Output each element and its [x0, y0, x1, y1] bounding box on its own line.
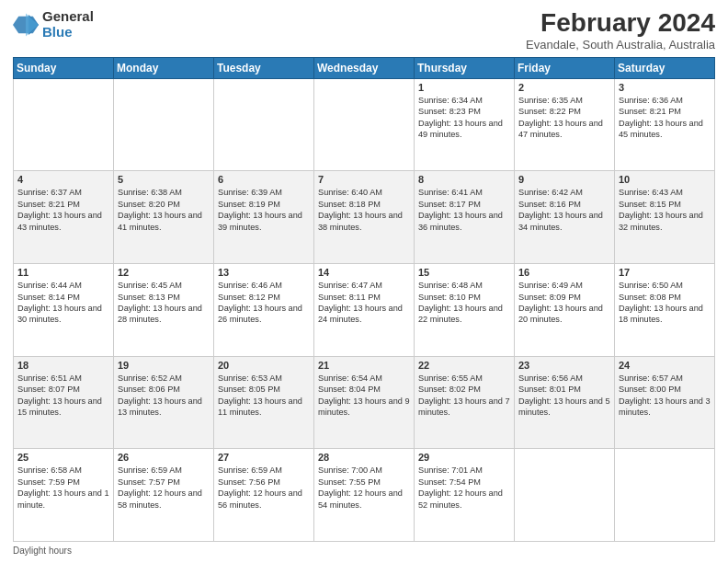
calendar-cell: 12Sunrise: 6:45 AMSunset: 8:13 PMDayligh…: [114, 264, 214, 357]
calendar-cell: 8Sunrise: 6:41 AMSunset: 8:17 PMDaylight…: [415, 171, 515, 264]
day-number: 27: [218, 452, 310, 463]
day-number: 6: [218, 174, 310, 185]
header-row: Sunday Monday Tuesday Wednesday Thursday…: [14, 57, 715, 78]
calendar-cell: 6Sunrise: 6:39 AMSunset: 8:19 PMDaylight…: [214, 171, 314, 264]
calendar-week-1: 1Sunrise: 6:34 AMSunset: 8:23 PMDaylight…: [14, 78, 715, 171]
cell-info: Sunrise: 6:59 AMSunset: 7:56 PMDaylight:…: [218, 465, 310, 511]
day-number: 22: [418, 360, 510, 371]
calendar-cell: 25Sunrise: 6:58 AMSunset: 7:59 PMDayligh…: [14, 449, 114, 542]
calendar-cell: 20Sunrise: 6:53 AMSunset: 8:05 PMDayligh…: [214, 356, 314, 449]
calendar-cell: 15Sunrise: 6:48 AMSunset: 8:10 PMDayligh…: [415, 264, 515, 357]
day-number: 29: [418, 452, 510, 463]
calendar-cell: 3Sunrise: 6:36 AMSunset: 8:21 PMDaylight…: [615, 78, 715, 171]
calendar-cell: 21Sunrise: 6:54 AMSunset: 8:04 PMDayligh…: [314, 356, 415, 449]
cell-info: Sunrise: 6:57 AMSunset: 8:00 PMDaylight:…: [619, 373, 711, 419]
cell-info: Sunrise: 6:50 AMSunset: 8:08 PMDaylight:…: [619, 280, 711, 326]
calendar-cell: 10Sunrise: 6:43 AMSunset: 8:15 PMDayligh…: [615, 171, 715, 264]
cell-info: Sunrise: 6:47 AMSunset: 8:11 PMDaylight:…: [318, 280, 410, 326]
calendar-cell: 24Sunrise: 6:57 AMSunset: 8:00 PMDayligh…: [615, 356, 715, 449]
day-number: 12: [118, 267, 210, 278]
day-number: 28: [318, 452, 410, 463]
day-number: 4: [17, 174, 109, 185]
calendar-cell: 22Sunrise: 6:55 AMSunset: 8:02 PMDayligh…: [415, 356, 515, 449]
day-number: 7: [318, 174, 410, 185]
calendar-cell: 23Sunrise: 6:56 AMSunset: 8:01 PMDayligh…: [515, 356, 615, 449]
day-number: 2: [518, 82, 610, 93]
calendar-week-2: 4Sunrise: 6:37 AMSunset: 8:21 PMDaylight…: [14, 171, 715, 264]
col-friday: Friday: [515, 57, 615, 78]
logo-general: General: [42, 9, 94, 25]
day-number: 10: [619, 174, 711, 185]
calendar-cell: 5Sunrise: 6:38 AMSunset: 8:20 PMDaylight…: [114, 171, 214, 264]
calendar-cell: 2Sunrise: 6:35 AMSunset: 8:22 PMDaylight…: [515, 78, 615, 171]
cell-info: Sunrise: 6:34 AMSunset: 8:23 PMDaylight:…: [418, 95, 510, 141]
day-number: 26: [118, 452, 210, 463]
calendar-week-3: 11Sunrise: 6:44 AMSunset: 8:14 PMDayligh…: [14, 264, 715, 357]
logo-text: General Blue: [42, 9, 94, 40]
day-number: 8: [418, 174, 510, 185]
calendar-cell: [114, 78, 214, 171]
cell-info: Sunrise: 6:55 AMSunset: 8:02 PMDaylight:…: [418, 373, 510, 419]
col-saturday: Saturday: [615, 57, 715, 78]
cell-info: Sunrise: 6:42 AMSunset: 8:16 PMDaylight:…: [518, 187, 610, 233]
calendar-cell: 26Sunrise: 6:59 AMSunset: 7:57 PMDayligh…: [114, 449, 214, 542]
calendar-cell: 1Sunrise: 6:34 AMSunset: 8:23 PMDaylight…: [415, 78, 515, 171]
cell-info: Sunrise: 6:35 AMSunset: 8:22 PMDaylight:…: [518, 95, 610, 141]
logo-blue: Blue: [42, 25, 94, 40]
calendar-cell: [314, 78, 415, 171]
day-number: 3: [619, 82, 711, 93]
day-number: 24: [619, 360, 711, 371]
cell-info: Sunrise: 6:46 AMSunset: 8:12 PMDaylight:…: [218, 280, 310, 326]
col-monday: Monday: [114, 57, 214, 78]
day-number: 20: [218, 360, 310, 371]
calendar-cell: 18Sunrise: 6:51 AMSunset: 8:07 PMDayligh…: [14, 356, 114, 449]
col-tuesday: Tuesday: [214, 57, 314, 78]
cell-info: Sunrise: 6:51 AMSunset: 8:07 PMDaylight:…: [17, 373, 109, 419]
cell-info: Sunrise: 6:36 AMSunset: 8:21 PMDaylight:…: [619, 95, 711, 141]
day-number: 19: [118, 360, 210, 371]
cell-info: Sunrise: 6:58 AMSunset: 7:59 PMDaylight:…: [17, 465, 109, 511]
calendar-cell: 13Sunrise: 6:46 AMSunset: 8:12 PMDayligh…: [214, 264, 314, 357]
calendar-cell: 17Sunrise: 6:50 AMSunset: 8:08 PMDayligh…: [615, 264, 715, 357]
day-number: 15: [418, 267, 510, 278]
calendar-cell: 28Sunrise: 7:00 AMSunset: 7:55 PMDayligh…: [314, 449, 415, 542]
calendar-week-4: 18Sunrise: 6:51 AMSunset: 8:07 PMDayligh…: [14, 356, 715, 449]
day-number: 23: [518, 360, 610, 371]
cell-info: Sunrise: 6:59 AMSunset: 7:57 PMDaylight:…: [118, 465, 210, 511]
cell-info: Sunrise: 6:53 AMSunset: 8:05 PMDaylight:…: [218, 373, 310, 419]
calendar-cell: 27Sunrise: 6:59 AMSunset: 7:56 PMDayligh…: [214, 449, 314, 542]
subtitle: Evandale, South Australia, Australia: [526, 38, 715, 52]
calendar-cell: 7Sunrise: 6:40 AMSunset: 8:18 PMDaylight…: [314, 171, 415, 264]
day-number: 18: [17, 360, 109, 371]
cell-info: Sunrise: 6:39 AMSunset: 8:19 PMDaylight:…: [218, 187, 310, 233]
day-number: 13: [218, 267, 310, 278]
calendar-cell: [615, 449, 715, 542]
day-number: 25: [17, 452, 109, 463]
day-number: 14: [318, 267, 410, 278]
calendar-table: Sunday Monday Tuesday Wednesday Thursday…: [13, 57, 715, 542]
day-number: 5: [118, 174, 210, 185]
day-number: 17: [619, 267, 711, 278]
calendar-cell: 29Sunrise: 7:01 AMSunset: 7:54 PMDayligh…: [415, 449, 515, 542]
title-block: February 2024 Evandale, South Australia,…: [526, 9, 715, 52]
cell-info: Sunrise: 6:49 AMSunset: 8:09 PMDaylight:…: [518, 280, 610, 326]
day-number: 1: [418, 82, 510, 93]
cell-info: Sunrise: 6:37 AMSunset: 8:21 PMDaylight:…: [17, 187, 109, 233]
cell-info: Sunrise: 6:45 AMSunset: 8:13 PMDaylight:…: [118, 280, 210, 326]
calendar-week-5: 25Sunrise: 6:58 AMSunset: 7:59 PMDayligh…: [14, 449, 715, 542]
cell-info: Sunrise: 6:41 AMSunset: 8:17 PMDaylight:…: [418, 187, 510, 233]
calendar-cell: 14Sunrise: 6:47 AMSunset: 8:11 PMDayligh…: [314, 264, 415, 357]
calendar-cell: [214, 78, 314, 171]
col-wednesday: Wednesday: [314, 57, 415, 78]
calendar-cell: 19Sunrise: 6:52 AMSunset: 8:06 PMDayligh…: [114, 356, 214, 449]
day-number: 16: [518, 267, 610, 278]
header: General Blue February 2024 Evandale, Sou…: [13, 9, 715, 52]
calendar-cell: 9Sunrise: 6:42 AMSunset: 8:16 PMDaylight…: [515, 171, 615, 264]
col-sunday: Sunday: [14, 57, 114, 78]
calendar-cell: [515, 449, 615, 542]
cell-info: Sunrise: 6:56 AMSunset: 8:01 PMDaylight:…: [518, 373, 610, 419]
day-number: 9: [518, 174, 610, 185]
cell-info: Sunrise: 6:38 AMSunset: 8:20 PMDaylight:…: [118, 187, 210, 233]
cell-info: Sunrise: 6:48 AMSunset: 8:10 PMDaylight:…: [418, 280, 510, 326]
col-thursday: Thursday: [415, 57, 515, 78]
